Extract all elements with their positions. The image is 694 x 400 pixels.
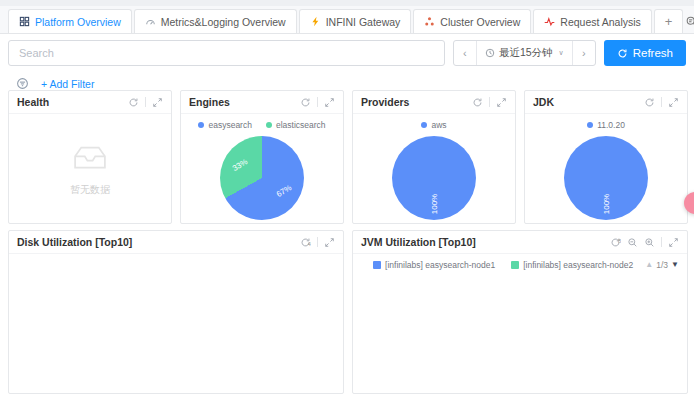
panel-title: Health: [17, 96, 49, 108]
legend-page-down-icon[interactable]: ▼: [671, 260, 679, 269]
empty-text: 暂无数据: [70, 183, 110, 197]
legend-item[interactable]: easysearch: [198, 120, 251, 130]
legend-label: easysearch: [208, 120, 251, 130]
zoom-in-icon[interactable]: [644, 237, 655, 248]
time-range-group: ‹ 最近15分钟 ∨ ›: [453, 40, 596, 66]
add-tab-button[interactable]: +: [654, 9, 684, 33]
panel-expand-icon[interactable]: [152, 97, 163, 108]
legend-label: [infinilabs] easysearch-node1: [385, 260, 495, 270]
tab-platform-overview[interactable]: Platform Overview: [8, 9, 132, 33]
legend-dot: [198, 122, 204, 128]
panel-title: JVM Utilization [Top10]: [361, 236, 476, 248]
panel-title: JDK: [533, 96, 554, 108]
pie[interactable]: 100%: [392, 136, 476, 220]
chart-legend: easysearchelasticsearch: [198, 117, 325, 133]
legend-swatch: [373, 261, 381, 269]
tab-cluster-overview[interactable]: Cluster Overview: [413, 9, 531, 33]
divider: [317, 97, 318, 107]
panel-expand-icon[interactable]: [668, 97, 679, 108]
legend-item[interactable]: elasticsearch: [266, 120, 326, 130]
bar-chart[interactable]: [9, 254, 343, 395]
empty-box-icon: [69, 142, 111, 177]
panel-title: Disk Utilization [Top10]: [17, 236, 132, 248]
legend-pager: ▲ 1/3 ▼: [645, 260, 679, 270]
panel-expand-icon[interactable]: [324, 237, 335, 248]
legend-page-up-icon[interactable]: ▲: [645, 260, 653, 269]
activity-icon: [544, 16, 555, 27]
panel-refresh-icon[interactable]: [644, 97, 655, 108]
panel-refresh-icon[interactable]: 0%1%2%3%4%...[easysearch-node1]...[easys…: [300, 237, 311, 248]
dashboard-tab-bar: Platform Overview Metrics&Logging Overvi…: [0, 6, 694, 34]
line-chart-legend-row: [infinilabs] easysearch-node1[infinilabs…: [353, 256, 687, 273]
pie-slice-label: 67%: [275, 183, 293, 199]
tabbar-action-icons: [685, 15, 694, 33]
add-tab-label: +: [665, 14, 673, 29]
chart-legend: 11.0.20: [587, 117, 625, 133]
panel-expand-icon[interactable]: [496, 97, 507, 108]
pie-chart: easysearchelasticsearch 67%33%: [181, 114, 343, 224]
tab-request-analysis[interactable]: Request Analysis: [533, 9, 652, 33]
search-input[interactable]: [8, 40, 445, 66]
pie-slice-label: 100%: [430, 194, 439, 214]
tab-infini-gateway[interactable]: INFINI Gateway: [299, 9, 412, 33]
refresh-button[interactable]: Refresh: [604, 40, 686, 66]
panel-refresh-icon[interactable]: [128, 97, 139, 108]
refresh-label: Refresh: [633, 47, 673, 59]
tab-label: INFINI Gateway: [326, 16, 401, 28]
line-chart[interactable]: [353, 273, 687, 394]
chevron-down-icon: ∨: [559, 49, 564, 57]
tab-metrics-logging-overview[interactable]: Metrics&Logging Overview: [134, 9, 297, 33]
panel-expand-icon[interactable]: [324, 97, 335, 108]
add-filter-link[interactable]: + Add Filter: [41, 78, 94, 90]
panel-header: Disk Utilization [Top10] 0%1%2%3%4%...[e…: [9, 231, 343, 254]
panel-refresh-icon[interactable]: [300, 97, 311, 108]
legend-label: [infinilabs] easysearch-node2: [523, 260, 633, 270]
panel-engines: Engines easysearchelasticsearch 67%33%: [180, 90, 344, 224]
panel-title: Providers: [361, 96, 409, 108]
legend-swatch: [511, 261, 519, 269]
pie-slice-label: 33%: [230, 157, 248, 173]
tab-label: Cluster Overview: [440, 16, 520, 28]
divider: [317, 237, 318, 247]
pie[interactable]: 100%: [564, 136, 648, 220]
divider: [489, 97, 490, 107]
panel-health: Health 暂无数据: [8, 90, 172, 224]
legend-item[interactable]: aws: [421, 120, 446, 130]
legend-item[interactable]: 11.0.20: [587, 120, 625, 130]
legend-label: aws: [431, 120, 446, 130]
panel-expand-icon[interactable]: [668, 237, 679, 248]
legend-dot: [587, 122, 593, 128]
legend-dot: [266, 122, 272, 128]
pie-chart: 11.0.20 100%: [525, 114, 687, 224]
panel-refresh-icon[interactable]: [472, 97, 483, 108]
legend-dot: [421, 122, 427, 128]
dashboard-icon: [19, 16, 30, 27]
panel-jvm-utilization: JVM Utilization [Top10] 0246821:55:0021:…: [352, 230, 688, 394]
legend-label: elasticsearch: [276, 120, 326, 130]
tab-label: Request Analysis: [560, 16, 641, 28]
panel-jdk: JDK 11.0.20 100%: [524, 90, 688, 224]
panel-header: JVM Utilization [Top10] 0246821:55:0021:…: [353, 231, 687, 254]
search-dashboard-icon[interactable]: [685, 15, 694, 28]
filter-icon[interactable]: [16, 77, 29, 90]
divider: [145, 97, 146, 107]
legend-item[interactable]: [infinilabs] easysearch-node1: [373, 260, 495, 270]
refresh-icon: [617, 48, 628, 59]
pie[interactable]: 67%33%: [220, 136, 304, 220]
tab-label: Platform Overview: [35, 16, 121, 28]
svg-text:8: 8: [618, 238, 621, 244]
pie-slice-label: 100%: [602, 194, 611, 214]
legend-item[interactable]: [infinilabs] easysearch-node2: [511, 260, 633, 270]
lightning-icon: [310, 16, 321, 27]
query-toolbar: ‹ 最近15分钟 ∨ › Refresh: [0, 34, 694, 71]
time-prev-button[interactable]: ‹: [454, 41, 476, 65]
time-next-button[interactable]: ›: [573, 41, 595, 65]
time-range-selector[interactable]: 最近15分钟 ∨: [476, 41, 573, 65]
panel-refresh-icon[interactable]: 0246821:55:0021:58:3022:01:0022:04:0022:…: [610, 237, 621, 248]
divider: [661, 237, 662, 247]
pie-chart: aws 100%: [353, 114, 515, 224]
zoom-out-icon[interactable]: [627, 237, 638, 248]
panel-header: Engines: [181, 91, 343, 114]
time-range-label: 最近15分钟: [499, 46, 553, 60]
legend-page-indicator: 1/3: [656, 260, 668, 270]
